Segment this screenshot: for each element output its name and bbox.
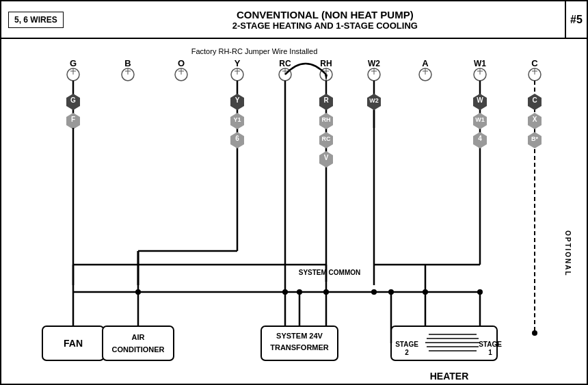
hex-Y1-label: Y1 [233,116,241,123]
hex-W1-label: W1 [475,116,485,123]
dot-stage2 [388,289,394,295]
hex-G-label: G [70,96,76,104]
diagram-number: #5 [565,1,587,38]
label-Y: Y [235,58,241,68]
dot-c-bottom [532,330,537,336]
hex-Bstar-label: B* [531,135,538,142]
label-G: G [70,58,77,68]
label-O: O [178,58,185,68]
heater-label: HEATER [430,371,469,382]
diagram-container: 5, 6 WIRES CONVENTIONAL (NON HEAT PUMP) … [0,0,588,385]
wires-label: 5, 6 WIRES [8,12,64,28]
hex-RH-label: RH [322,116,331,123]
label-RC: RC [279,59,291,68]
label-W1: W1 [474,59,486,68]
label-C: C [531,58,538,68]
hex-4-label: 4 [478,135,482,142]
hex-Y-label: Y [235,96,240,104]
title-area: CONVENTIONAL (NON HEAT PUMP) 2-STAGE HEA… [64,9,587,31]
dot-trans [297,289,302,295]
stage1-label: STAGE [479,341,502,348]
hex-W-label: W [477,96,483,104]
transformer-label-1: SYSTEM 24V [276,332,323,340]
hex-R-label: R [323,96,329,104]
hex-RC-label: RC [322,135,331,142]
ac-label-1: AIR [132,333,145,341]
stage2-label: STAGE [395,341,418,348]
hex-X-label: X [533,116,537,123]
fan-label: FAN [64,338,83,349]
ac-box [103,326,174,360]
dot-w2 [371,289,377,295]
label-A: A [422,58,429,68]
hex-C-label: C [532,96,537,104]
title-sub: 2-STAGE HEATING AND 1-STAGE COOLING [64,21,587,31]
hex-6-label: 6 [235,135,239,142]
header-section: 5, 6 WIRES CONVENTIONAL (NON HEAT PUMP) … [1,1,587,39]
hex-F-label: F [71,116,75,123]
stage2-num: 2 [405,349,409,356]
hex-W2-label: W2 [369,97,379,104]
transformer-label-2: TRANSFORMER [270,343,329,351]
label-RH: RH [320,59,332,68]
ac-label-2: CONDITIONER [112,345,165,354]
label-W2: W2 [368,59,380,68]
sys-common-label: SYSTEM COMMON [299,269,361,276]
jumper-label: Factory RH-RC Jumper Wire Installed [191,47,318,55]
label-B: B [124,58,131,68]
wiring-diagram: Factory RH-RC Jumper Wire Installed G B … [1,39,588,385]
hex-V-label: V [324,154,329,161]
optional-label: OPTIONAL [564,230,572,277]
stage1-num: 1 [488,349,492,356]
title-main: CONVENTIONAL (NON HEAT PUMP) [64,9,587,21]
